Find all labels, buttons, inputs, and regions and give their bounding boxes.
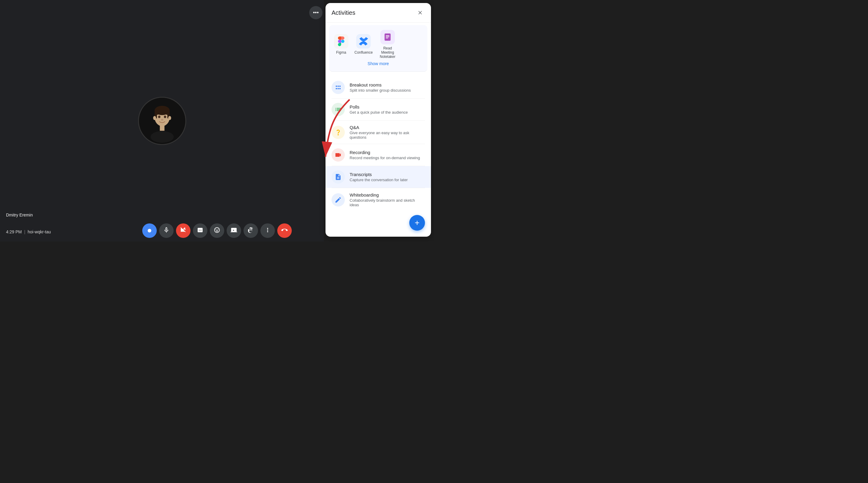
qa-title: Q&A bbox=[350, 125, 425, 130]
figma-label: Figma bbox=[336, 50, 346, 55]
whiteboard-icon bbox=[332, 193, 345, 207]
svg-rect-13 bbox=[386, 35, 390, 36]
transcripts-text: Transcripts Capture the conversation for… bbox=[350, 172, 425, 182]
show-more-button[interactable]: Show more bbox=[334, 59, 423, 67]
svg-point-8 bbox=[164, 116, 166, 118]
svg-point-6 bbox=[150, 131, 174, 143]
microphone-button[interactable] bbox=[159, 223, 174, 238]
qa-icon bbox=[332, 126, 345, 139]
svg-point-11 bbox=[161, 119, 163, 121]
polls-desc: Get a quick pulse of the audience bbox=[350, 110, 425, 115]
activities-list: Breakout rooms Split into smaller group … bbox=[326, 74, 431, 237]
camera-off-icon bbox=[180, 227, 187, 235]
whiteboard-desc: Collaboratively brainstorm and sketch id… bbox=[350, 198, 425, 207]
activities-panel: Activities Figma bbox=[326, 3, 431, 237]
apps-section: Figma Confluence bbox=[329, 25, 427, 72]
whiteboard-item[interactable]: Whiteboarding Collaboratively brainstorm… bbox=[326, 188, 431, 211]
svg-point-9 bbox=[153, 116, 156, 120]
transcripts-icon bbox=[332, 170, 345, 184]
read-app[interactable]: Read Meeting Notetaker bbox=[378, 30, 397, 59]
video-area: Dmitry Eremin 4:29 PM | hoi-wqkr-tau bbox=[0, 0, 324, 241]
recording-text: Recording Record meetings for on-demand … bbox=[350, 150, 425, 160]
svg-rect-5 bbox=[160, 125, 164, 130]
camera-status-icon bbox=[148, 229, 151, 233]
read-icon bbox=[380, 30, 395, 44]
transcripts-title: Transcripts bbox=[350, 172, 425, 177]
recording-item[interactable]: Recording Record meetings for on-demand … bbox=[326, 144, 431, 166]
more-button[interactable] bbox=[260, 223, 275, 238]
more-options-button[interactable]: ••• bbox=[309, 6, 322, 19]
qa-desc: Give everyone an easy way to ask questio… bbox=[350, 130, 425, 140]
apps-grid: Figma Confluence bbox=[334, 30, 423, 59]
bottom-toolbar bbox=[142, 223, 292, 238]
breakout-desc: Split into smaller group discussions bbox=[350, 88, 425, 93]
captions-icon bbox=[197, 227, 204, 235]
panel-header: Activities bbox=[326, 3, 431, 23]
raise-hand-icon bbox=[247, 227, 254, 235]
separator: | bbox=[24, 230, 25, 234]
confluence-app[interactable]: Confluence bbox=[354, 34, 373, 55]
figma-app[interactable]: Figma bbox=[334, 34, 348, 55]
meeting-time: 4:29 PM bbox=[6, 230, 22, 234]
present-icon bbox=[230, 227, 237, 235]
svg-point-7 bbox=[158, 116, 160, 118]
breakout-title: Breakout rooms bbox=[350, 82, 425, 87]
qa-text: Q&A Give everyone an easy way to ask que… bbox=[350, 125, 425, 140]
svg-point-10 bbox=[168, 116, 171, 120]
polls-text: Polls Get a quick pulse of the audience bbox=[350, 104, 425, 115]
breakout-icon bbox=[332, 81, 345, 94]
more-icon bbox=[264, 227, 271, 235]
recording-title: Recording bbox=[350, 150, 425, 155]
polls-icon bbox=[332, 103, 345, 116]
meeting-info: 4:29 PM | hoi-wqkr-tau bbox=[6, 230, 51, 234]
emoji-icon bbox=[214, 227, 220, 235]
svg-rect-15 bbox=[386, 38, 388, 38]
transcripts-item[interactable]: Transcripts Capture the conversation for… bbox=[326, 166, 431, 188]
recording-icon bbox=[332, 148, 345, 161]
emoji-button[interactable] bbox=[210, 223, 224, 238]
polls-title: Polls bbox=[350, 104, 425, 110]
panel-title: Activities bbox=[332, 9, 355, 16]
polls-item[interactable]: Polls Get a quick pulse of the audience bbox=[326, 99, 431, 120]
svg-rect-14 bbox=[386, 36, 390, 37]
confluence-label: Confluence bbox=[354, 50, 373, 55]
raise-hand-button[interactable] bbox=[244, 223, 258, 238]
breakout-rooms-item[interactable]: Breakout rooms Split into smaller group … bbox=[326, 77, 431, 98]
confluence-icon bbox=[356, 34, 371, 49]
fab-add-icon: + bbox=[415, 219, 420, 227]
captions-button[interactable] bbox=[193, 223, 207, 238]
read-label: Read Meeting Notetaker bbox=[378, 46, 397, 59]
camera-status-button[interactable] bbox=[142, 223, 157, 238]
participant-avatar bbox=[138, 97, 186, 145]
figma-icon bbox=[334, 34, 348, 49]
meeting-code: hoi-wqkr-tau bbox=[28, 230, 51, 234]
qa-item[interactable]: Q&A Give everyone an easy way to ask que… bbox=[326, 121, 431, 144]
microphone-icon bbox=[163, 227, 170, 235]
fab-add-button[interactable]: + bbox=[409, 215, 425, 231]
camera-off-button[interactable] bbox=[176, 223, 190, 238]
whiteboard-title: Whiteboarding bbox=[350, 192, 425, 198]
end-call-icon bbox=[281, 227, 288, 235]
present-button[interactable] bbox=[227, 223, 241, 238]
recording-desc: Record meetings for on-demand viewing bbox=[350, 156, 425, 160]
breakout-text: Breakout rooms Split into smaller group … bbox=[350, 82, 425, 93]
more-options-icon: ••• bbox=[313, 10, 319, 16]
close-panel-button[interactable] bbox=[415, 8, 425, 18]
participant-name: Dmitry Eremin bbox=[6, 213, 33, 217]
whiteboard-text: Whiteboarding Collaboratively brainstorm… bbox=[350, 192, 425, 207]
transcripts-desc: Capture the conversation for later bbox=[350, 178, 425, 182]
end-call-button[interactable] bbox=[277, 223, 292, 238]
